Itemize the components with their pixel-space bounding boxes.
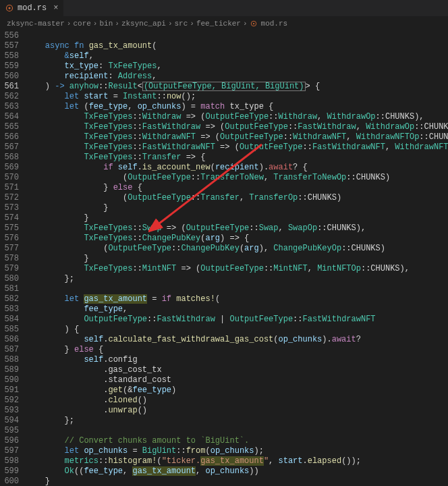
line-number: 563 (0, 102, 26, 112)
chevron-right-icon: › (67, 20, 72, 28)
line-number: 581 (0, 284, 26, 294)
line-number: 573 (0, 203, 26, 213)
line-number: 584 (0, 315, 26, 325)
line-number: 585 (0, 325, 26, 335)
code-line[interactable]: TxFeeTypes::FastWithdraw => (OutputFeeTy… (26, 122, 448, 132)
line-number: 556 (0, 31, 26, 41)
code-line[interactable]: ) { (26, 325, 79, 335)
line-number: 589 (0, 365, 26, 375)
code-line[interactable]: tx_type: TxFeeTypes, (26, 61, 162, 72)
breadcrumb-item[interactable]: src (175, 20, 188, 28)
line-number: 597 (0, 446, 26, 456)
line-number: 586 (0, 335, 26, 345)
chevron-right-icon: › (115, 20, 119, 28)
line-number: 592 (0, 396, 26, 406)
code-line[interactable]: async fn gas_tx_amount( (26, 41, 157, 51)
code-line[interactable]: } else { (26, 345, 103, 355)
svg-point-1 (9, 7, 11, 9)
code-line[interactable]: if self.is_account_new(recipient).await?… (26, 163, 308, 173)
code-line[interactable]: let op_chunks = BigUint::from(op_chunks)… (26, 446, 264, 456)
code-line[interactable]: Ok((fee_type, gas_tx_amount, op_chunks)) (26, 466, 259, 477)
breadcrumb-item[interactable]: fee_ticker (196, 20, 241, 28)
code-line[interactable]: TxFeeTypes::ChangePubKey(arg) => { (26, 234, 249, 244)
line-number: 591 (0, 385, 26, 396)
code-line[interactable]: } else { (26, 183, 142, 193)
code-line[interactable]: .unwrap() (26, 406, 147, 416)
code-line[interactable]: .get(&fee_type) (26, 385, 176, 396)
line-number: 580 (0, 274, 26, 284)
line-number: 576 (0, 234, 26, 244)
breadcrumb[interactable]: zksync-master › core › bin › zksync_api … (0, 16, 448, 31)
code-line[interactable]: recipient: Address, (26, 72, 157, 82)
rust-file-icon (5, 4, 13, 12)
line-number: 579 (0, 264, 26, 274)
code-line[interactable]: metrics::histogram!("ticker.gas_tx_amoun… (26, 456, 361, 466)
line-number: 587 (0, 345, 26, 355)
line-number: 577 (0, 244, 26, 254)
breadcrumb-item[interactable]: zksync_api (121, 20, 166, 28)
code-line[interactable]: let gas_tx_amount = if matches!( (26, 294, 220, 304)
line-number: 564 (0, 112, 26, 122)
code-line[interactable]: TxFeeTypes::MintNFT => (OutputFeeType::M… (26, 264, 410, 274)
line-number: 583 (0, 304, 26, 315)
line-number: 590 (0, 375, 26, 385)
line-number: 599 (0, 466, 26, 477)
code-line[interactable]: (OutputFeeType::Transfer, TransferOp::CH… (26, 193, 341, 203)
line-number: 565 (0, 122, 26, 132)
breadcrumb-item[interactable]: core (73, 20, 90, 28)
line-number: 598 (0, 456, 26, 466)
line-number: 559 (0, 61, 26, 72)
code-line[interactable]: TxFeeTypes::FastWithdrawNFT => (OutputFe… (26, 142, 448, 153)
code-line[interactable]: .gas_cost_tx (26, 365, 162, 375)
line-number: 596 (0, 436, 26, 446)
code-line[interactable]: self.config (26, 355, 138, 365)
tab-close-icon[interactable]: × (53, 3, 58, 13)
code-line[interactable]: &self, (26, 51, 94, 61)
line-number: 566 (0, 132, 26, 142)
line-number: 575 (0, 223, 26, 234)
tab-title: mod.rs (18, 3, 47, 13)
line-number: 594 (0, 416, 26, 426)
code-line[interactable]: } (26, 203, 108, 213)
chevron-right-icon: › (243, 20, 248, 28)
code-line[interactable]: .standard_cost (26, 375, 171, 385)
code-line[interactable]: let (fee_type, op_chunks) = match tx_typ… (26, 102, 273, 112)
breadcrumb-item[interactable]: bin (99, 20, 113, 28)
code-line[interactable]: TxFeeTypes::WithdrawNFT => (OutputFeeTyp… (26, 132, 448, 142)
code-line[interactable]: ) -> anyhow::Result<(OutputFeeType, BigU… (26, 82, 320, 92)
line-number: 557 (0, 41, 26, 51)
code-line[interactable]: let start = Instant::now(); (26, 92, 196, 102)
breadcrumb-item[interactable]: mod.rs (261, 20, 288, 28)
code-line[interactable]: TxFeeTypes::Transfer => { (26, 153, 205, 163)
code-line[interactable]: (OutputFeeType::ChangePubKey(arg), Chang… (26, 244, 385, 254)
line-number: 569 (0, 163, 26, 173)
code-line[interactable]: } (26, 213, 89, 223)
code-line[interactable]: TxFeeTypes::Withdraw => (OutputFeeType::… (26, 112, 424, 122)
code-line[interactable]: OutputFeeType::FastWithdraw | OutputFeeT… (26, 315, 376, 325)
line-number: 561 (0, 82, 26, 92)
breadcrumb-item[interactable]: zksync-master (7, 20, 65, 28)
code-line[interactable]: (OutputFeeType::TransferToNew, TransferT… (26, 173, 390, 183)
code-line[interactable]: // Convert chunks amount to `BigUint`. (26, 436, 249, 446)
line-number: 588 (0, 355, 26, 365)
code-line[interactable]: TxFeeTypes::Swap => (OutputFeeType::Swap… (26, 223, 366, 234)
line-number: 578 (0, 254, 26, 264)
code-line[interactable]: } (26, 477, 50, 486)
code-line[interactable]: .cloned() (26, 396, 147, 406)
svg-point-3 (252, 23, 254, 24)
code-line[interactable]: }; (26, 274, 74, 284)
line-number: 571 (0, 183, 26, 193)
editor-tabs: mod.rs × (0, 0, 448, 16)
code-editor[interactable]: 556 557 async fn gas_tx_amount( 558 &sel… (0, 31, 448, 486)
code-line[interactable]: }; (26, 416, 74, 426)
line-number: 572 (0, 193, 26, 203)
chevron-right-icon: › (168, 20, 173, 28)
line-number: 562 (0, 92, 26, 102)
line-number: 595 (0, 426, 26, 436)
line-number: 560 (0, 72, 26, 82)
code-line[interactable]: fee_type, (26, 304, 128, 315)
code-line[interactable]: self.calculate_fast_withdrawal_gas_cost(… (26, 335, 361, 345)
code-line[interactable]: } (26, 254, 89, 264)
line-number: 567 (0, 142, 26, 153)
tab-mod-rs[interactable]: mod.rs × (0, 0, 63, 16)
